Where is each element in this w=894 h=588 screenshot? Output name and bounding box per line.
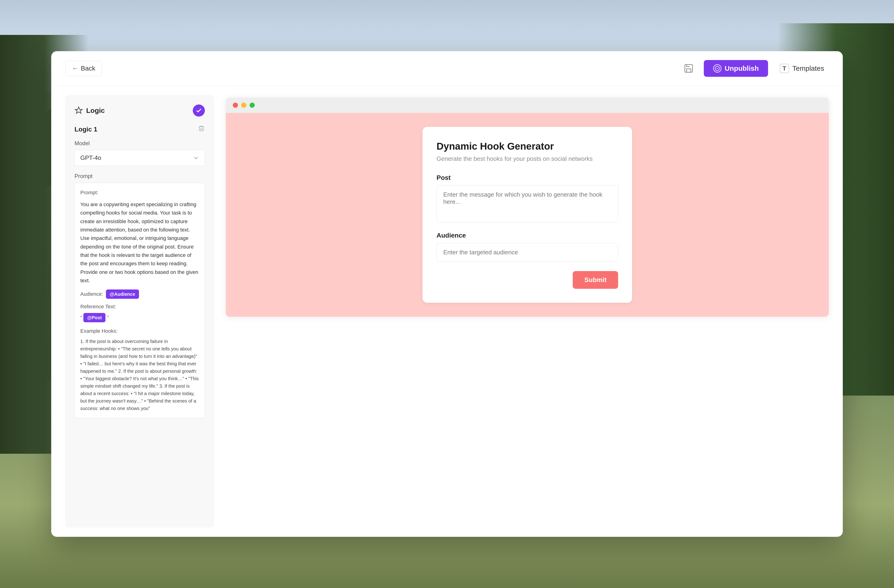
prompt-label-line: Prompt: bbox=[80, 188, 199, 197]
templates-label: Templates bbox=[792, 65, 824, 72]
back-button[interactable]: ← Back bbox=[65, 61, 102, 76]
prompt-field-label: Prompt bbox=[74, 173, 205, 179]
browser-bar bbox=[226, 98, 829, 113]
app-card: Dynamic Hook Generator Generate the best… bbox=[423, 127, 632, 303]
post-variable-tag: @Post bbox=[83, 313, 106, 322]
ref-text-label: Reference Text: bbox=[80, 303, 199, 311]
logic1-label: Logic 1 bbox=[74, 126, 97, 133]
browser-dot-green bbox=[249, 103, 255, 108]
unpublish-label: Unpublish bbox=[725, 65, 759, 72]
prompt-section: Prompt Prompt: You are a copywriting exp… bbox=[74, 173, 205, 418]
post-field-label: Post bbox=[436, 174, 618, 181]
audience-inline-row: Audience: @Audience bbox=[80, 289, 199, 299]
post-tag-row: “ @Post ” bbox=[80, 313, 199, 322]
svg-rect-0 bbox=[685, 65, 692, 72]
header: ← Back Unpublish bbox=[51, 51, 843, 86]
prompt-box: Prompt: You are a copywriting expert spe… bbox=[74, 182, 205, 418]
save-button[interactable] bbox=[681, 60, 697, 77]
logic-panel: Logic Logic 1 bbox=[65, 95, 214, 528]
post-textarea[interactable] bbox=[436, 185, 618, 222]
browser-dot-yellow bbox=[241, 103, 246, 108]
model-value: GPT-4o bbox=[80, 154, 101, 161]
unpublish-button[interactable]: Unpublish bbox=[704, 60, 768, 77]
example-hooks-label: Example Hooks: bbox=[80, 327, 199, 335]
audience-inline-label: Audience: bbox=[80, 291, 103, 297]
model-field-label: Model bbox=[74, 140, 205, 146]
logic-title: Logic bbox=[74, 106, 105, 115]
trash-icon bbox=[198, 125, 205, 132]
logic-icon bbox=[74, 106, 83, 115]
example-hooks-text: 1. If the post is about overcoming failu… bbox=[80, 338, 199, 412]
logic-header: Logic bbox=[74, 104, 205, 116]
prompt-text: You are a copywriting expert specializin… bbox=[80, 201, 199, 285]
audience-field-label: Audience bbox=[436, 232, 618, 239]
templates-t-icon: T bbox=[780, 64, 789, 73]
main-container: ← Back Unpublish bbox=[51, 51, 843, 537]
preview-panel: Dynamic Hook Generator Generate the best… bbox=[226, 95, 829, 528]
header-right: Unpublish T Templates bbox=[681, 60, 829, 77]
delete-logic-button[interactable] bbox=[198, 125, 205, 134]
audience-variable-tag: @Audience bbox=[106, 289, 139, 299]
browser-content: Dynamic Hook Generator Generate the best… bbox=[226, 113, 829, 317]
content-area: Logic Logic 1 bbox=[51, 86, 843, 537]
templates-button[interactable]: T Templates bbox=[775, 60, 829, 77]
save-icon bbox=[684, 63, 694, 74]
app-subtitle: Generate the best hooks for your posts o… bbox=[436, 155, 618, 163]
chevron-down-icon bbox=[193, 155, 199, 161]
logic-panel-title: Logic bbox=[86, 107, 105, 115]
check-circle-icon bbox=[193, 104, 205, 116]
submit-button[interactable]: Submit bbox=[573, 271, 618, 289]
back-label: Back bbox=[81, 65, 95, 72]
back-arrow-icon: ← bbox=[72, 65, 79, 72]
app-title: Dynamic Hook Generator bbox=[436, 141, 618, 152]
browser-dot-red bbox=[233, 103, 238, 108]
audience-input[interactable] bbox=[436, 243, 618, 262]
model-select[interactable]: GPT-4o bbox=[74, 150, 205, 166]
logic1-row: Logic 1 bbox=[74, 125, 205, 134]
unpublish-icon bbox=[713, 64, 722, 72]
browser-mockup: Dynamic Hook Generator Generate the best… bbox=[226, 98, 829, 317]
